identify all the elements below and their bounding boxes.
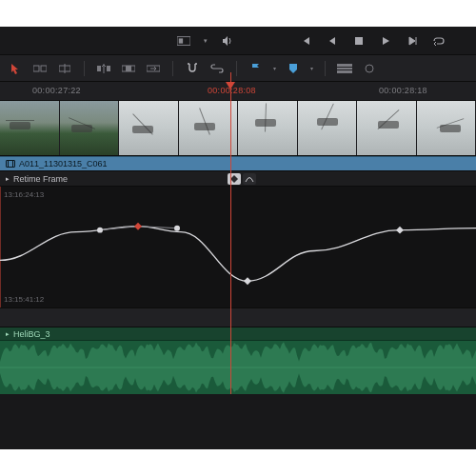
svg-rect-4 — [41, 66, 47, 71]
next-icon[interactable] — [406, 34, 419, 48]
marker-dropdown-icon[interactable]: ▾ — [310, 65, 313, 71]
svg-point-18 — [97, 228, 103, 233]
overwrite-icon[interactable] — [121, 62, 136, 75]
edit-toolbar: ▾ ▾ — [0, 55, 476, 82]
svg-point-15 — [366, 65, 373, 72]
bottom-area — [0, 394, 476, 449]
svg-point-20 — [174, 226, 180, 231]
top-menu-bar: ▾ — [0, 27, 476, 55]
svg-rect-14 — [337, 70, 352, 73]
svg-line-17 — [100, 227, 138, 230]
go-start-icon[interactable] — [299, 34, 312, 48]
ruler-tc-right: 00:00:28:18 — [379, 86, 427, 95]
playhead[interactable] — [230, 72, 231, 394]
viewer-mode-icon[interactable] — [177, 34, 190, 48]
keyframe-curve-button[interactable] — [243, 173, 256, 185]
link-icon[interactable] — [209, 62, 225, 75]
trim-tool-icon[interactable] — [32, 62, 48, 75]
clip-name: A011_11301315_C061 — [19, 159, 108, 169]
svg-rect-12 — [337, 64, 352, 67]
audio-track[interactable] — [0, 341, 476, 394]
svg-rect-7 — [97, 66, 101, 71]
audio-caret-icon: ▸ — [6, 330, 10, 338]
timecode-ruler[interactable]: 00:00:27:22 00:00:28:08 00:00:28:18 — [0, 82, 476, 101]
svg-rect-3 — [33, 66, 39, 71]
blade-tool-icon[interactable] — [57, 62, 72, 75]
prev-icon[interactable] — [326, 34, 339, 48]
svg-rect-13 — [337, 68, 352, 69]
play-icon[interactable] — [379, 34, 392, 48]
marker-icon[interactable] — [286, 62, 301, 75]
track-gap — [0, 308, 476, 327]
retime-caret-icon[interactable]: ▸ — [6, 175, 10, 183]
stop-icon[interactable] — [352, 34, 366, 48]
ruler-tc-left: 00:00:27:22 — [32, 86, 81, 95]
retime-curve-editor[interactable]: 13:16:24:13 13:15:41:12 — [0, 187, 476, 308]
insert-icon[interactable] — [96, 62, 111, 75]
viewer-dropdown-icon[interactable]: ▾ — [204, 37, 208, 45]
flag-dropdown-icon[interactable]: ▾ — [273, 65, 276, 71]
flag-icon[interactable] — [248, 62, 264, 75]
app-frame: ▾ ▾ ▾ 00:00:27:22 00:00:28:0 — [0, 27, 476, 449]
video-track[interactable] — [0, 101, 476, 156]
snap-icon[interactable] — [185, 62, 200, 75]
options-icon[interactable] — [362, 62, 377, 75]
arrow-tool-icon[interactable] — [8, 62, 23, 75]
audio-clip-name: HeliBG_3 — [13, 329, 50, 339]
svg-rect-8 — [107, 66, 110, 71]
retime-label: Retime Frame — [13, 174, 68, 184]
clip-label-bar[interactable]: A011_11301315_C061 — [0, 156, 476, 171]
replace-icon[interactable] — [146, 62, 161, 75]
speaker-icon[interactable] — [221, 34, 234, 48]
svg-rect-1 — [179, 38, 183, 43]
loop-icon[interactable] — [432, 34, 446, 48]
retime-header: ▸ Retime Frame — [0, 171, 476, 187]
svg-rect-10 — [126, 66, 131, 71]
svg-rect-2 — [355, 37, 363, 45]
audio-clip-label[interactable]: ▸ HeliBG_3 — [0, 327, 476, 341]
timeline-view-icon[interactable] — [337, 62, 352, 75]
film-icon — [6, 160, 15, 168]
clip-thumbnails — [0, 101, 476, 155]
